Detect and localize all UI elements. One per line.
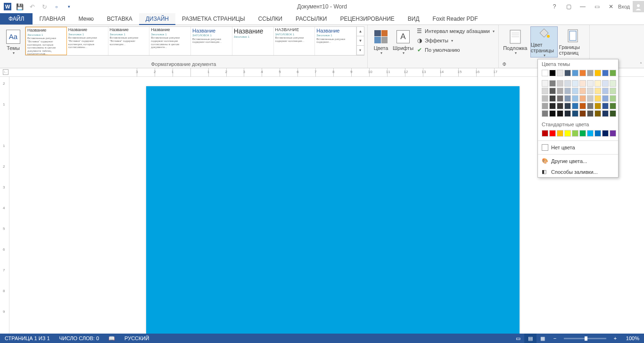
gallery-up-icon[interactable]: ▲ <box>357 27 364 36</box>
color-swatch[interactable] <box>579 103 586 109</box>
color-swatch[interactable] <box>602 70 609 76</box>
color-swatch[interactable] <box>602 88 609 94</box>
color-swatch[interactable] <box>549 130 556 137</box>
color-swatch[interactable] <box>564 130 571 137</box>
color-swatch[interactable] <box>602 130 609 137</box>
style-item[interactable]: НАЗВАНИЕЗАГОЛОВОК 1Вставленные рисунки с… <box>274 27 315 55</box>
color-swatch[interactable] <box>610 88 616 94</box>
color-swatch[interactable] <box>610 70 616 76</box>
zoom-out-icon[interactable]: − <box>549 334 561 343</box>
color-swatch[interactable] <box>549 70 556 76</box>
color-swatch[interactable] <box>564 80 571 87</box>
status-language[interactable]: РУССКИЙ <box>120 335 154 341</box>
color-swatch[interactable] <box>572 103 578 109</box>
tab-menu[interactable]: Меню <box>72 13 100 24</box>
color-swatch[interactable] <box>549 103 556 109</box>
tab-mailings[interactable]: РАССЫЛКИ <box>289 13 333 24</box>
fonts-button[interactable]: A Шрифты▾ <box>393 26 413 57</box>
tab-file[interactable]: ФАЙЛ <box>0 13 33 24</box>
color-swatch[interactable] <box>594 80 601 87</box>
minimize-icon[interactable]: — <box>576 1 590 12</box>
tab-foxit[interactable]: Foxit Reader PDF <box>426 13 485 24</box>
color-swatch[interactable] <box>594 110 601 117</box>
watermark-button[interactable]: Подложка▾ <box>502 26 529 57</box>
close-icon[interactable]: ✕ <box>604 1 618 12</box>
color-swatch[interactable] <box>594 103 601 109</box>
color-swatch[interactable] <box>557 130 563 137</box>
color-swatch[interactable] <box>572 95 578 102</box>
color-swatch[interactable] <box>602 95 609 102</box>
view-web-icon[interactable]: ▦ <box>537 334 549 343</box>
color-swatch[interactable] <box>572 80 578 87</box>
themes-button[interactable]: Aa Темы ▾ <box>3 26 24 57</box>
color-swatch[interactable] <box>557 80 563 87</box>
color-swatch[interactable] <box>602 110 609 117</box>
color-swatch[interactable] <box>602 80 609 87</box>
color-swatch[interactable] <box>610 103 616 109</box>
color-swatch[interactable] <box>542 80 548 87</box>
view-print-icon[interactable]: ▤ <box>524 334 537 343</box>
gallery-down-icon[interactable]: ▼ <box>357 36 364 46</box>
color-swatch[interactable] <box>542 95 548 102</box>
color-swatch[interactable] <box>587 70 594 76</box>
fill-effects-item[interactable]: ◧Способы заливки... <box>538 166 618 177</box>
style-item[interactable]: НазваниеЗаголовок 1Вставленные рисунки "… <box>25 27 67 55</box>
style-gallery[interactable]: НазваниеЗаголовок 1Вставленные рисунки "… <box>25 26 364 56</box>
color-swatch[interactable] <box>542 88 548 94</box>
effects-button[interactable]: ◑Эффекты▾ <box>415 36 495 45</box>
tab-insert[interactable]: ВСТАВКА <box>100 13 139 24</box>
color-swatch[interactable] <box>542 110 548 117</box>
color-swatch[interactable] <box>610 80 616 87</box>
vertical-ruler[interactable]: 21123456789 <box>0 77 9 334</box>
color-swatch[interactable] <box>557 88 563 94</box>
color-swatch[interactable] <box>549 88 556 94</box>
style-item[interactable]: НазваниеЗаголовок 1Вставленные рисунки "… <box>108 27 150 55</box>
color-swatch[interactable] <box>579 130 586 137</box>
style-item[interactable]: НазваниеЗаголовок 1Вставленные рисунки с… <box>315 27 356 55</box>
restore-icon[interactable]: ▭ <box>590 1 604 12</box>
status-page[interactable]: СТРАНИЦА 1 ИЗ 1 <box>0 335 55 341</box>
color-swatch[interactable] <box>572 110 578 117</box>
word-icon[interactable]: W <box>2 1 13 12</box>
color-swatch[interactable] <box>594 130 601 137</box>
colors-button[interactable]: Цвета▾ <box>371 26 391 57</box>
redo-icon[interactable]: ↻ <box>39 1 50 12</box>
color-swatch[interactable] <box>564 95 571 102</box>
save-icon[interactable]: 💾 <box>14 1 25 12</box>
zoom-in-icon[interactable]: + <box>609 334 621 343</box>
style-item[interactable]: НазваниеЗаголовок 1Вставленные рисунки с… <box>149 27 191 55</box>
color-swatch[interactable] <box>594 70 601 76</box>
paragraph-spacing-button[interactable]: ☰Интервал между абзацами▾ <box>415 26 495 36</box>
color-swatch[interactable] <box>557 70 563 76</box>
tab-design[interactable]: ДИЗАЙН <box>139 13 175 25</box>
color-swatch[interactable] <box>610 95 616 102</box>
color-swatch[interactable] <box>587 95 594 102</box>
color-swatch[interactable] <box>542 103 548 109</box>
color-swatch[interactable] <box>579 88 586 94</box>
help-icon[interactable]: ? <box>547 1 561 12</box>
more-colors-item[interactable]: 🎨Другие цвета... <box>538 155 618 166</box>
undo-icon[interactable]: ↶ <box>26 1 38 12</box>
color-swatch[interactable] <box>579 95 586 102</box>
color-swatch[interactable] <box>557 103 563 109</box>
color-swatch[interactable] <box>557 95 563 102</box>
color-swatch[interactable] <box>587 103 594 109</box>
login-label[interactable]: Вход <box>618 4 630 9</box>
tab-references[interactable]: ССЫЛКИ <box>252 13 289 24</box>
style-item[interactable]: НазваниеЗаголовок 1 <box>232 27 274 55</box>
color-swatch[interactable] <box>579 110 586 117</box>
color-swatch[interactable] <box>564 110 571 117</box>
tab-review[interactable]: РЕЦЕНЗИРОВАНИЕ <box>333 13 401 24</box>
color-swatch[interactable] <box>587 80 594 87</box>
zoom-level[interactable]: 100% <box>621 335 644 341</box>
color-swatch[interactable] <box>594 88 601 94</box>
color-swatch[interactable] <box>572 88 578 94</box>
status-spellcheck-icon[interactable]: 📖 <box>104 335 120 342</box>
tab-layout[interactable]: РАЗМЕТКА СТРАНИЦЫ <box>175 13 252 24</box>
collapse-ribbon-icon[interactable]: ˄ <box>640 62 642 67</box>
color-swatch[interactable] <box>587 88 594 94</box>
tab-view[interactable]: ВИД <box>401 13 426 24</box>
tab-selector[interactable]: ∟ <box>3 69 8 75</box>
page[interactable] <box>146 86 520 341</box>
color-swatch[interactable] <box>579 80 586 87</box>
